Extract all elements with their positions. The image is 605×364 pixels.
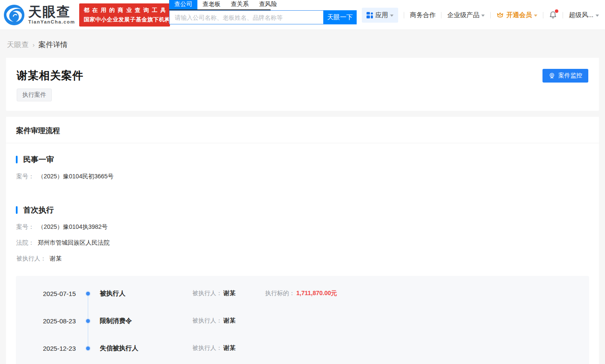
case-type-tag: 执行案件 (17, 89, 52, 101)
breadcrumb-current: 案件详情 (39, 40, 68, 50)
page-title: 谢某相关案件 (17, 68, 588, 83)
timeline-item-consumption-restriction: 2025-08-23 限制消费令 被执行人：谢某 (16, 307, 589, 334)
tianyancha-logo[interactable]: 天眼查 TianYanCha.com (3, 4, 75, 26)
notification-bell[interactable] (549, 11, 557, 19)
timeline-event: 限制消费令 (100, 317, 192, 325)
tianyancha-logo-icon (3, 4, 25, 26)
nav-business-cooperation[interactable]: 商务合作 (410, 11, 435, 19)
top-header: 天眼查 TianYanCha.com 都在用的商业查询工具 国家中小企业发展子基… (0, 0, 605, 30)
logo-subtitle: TianYanCha.com (28, 20, 75, 24)
timeline-date: 2025-07-15 (16, 290, 76, 297)
party-value: 谢某 (224, 344, 235, 351)
nav-super-risk[interactable]: 超级风... (569, 11, 599, 19)
case-title-card: 谢某相关案件 执行案件 案件监控 (6, 58, 599, 111)
target-amount: 1,711,870.00元 (296, 290, 337, 296)
monitor-camera-icon (548, 72, 555, 79)
breadcrumb: 天眼查 › 案件详情 (6, 30, 599, 58)
notification-dot (555, 9, 558, 13)
party-label: 被执行人： (192, 344, 222, 351)
stage-title: 首次执行 (23, 205, 54, 215)
nav-divider (490, 12, 491, 18)
breadcrumb-separator-icon: › (33, 41, 35, 48)
chevron-down-icon (481, 15, 485, 17)
stage-civil-first-trial: 民事一审 案号： （2025）豫0104民初3665号 (16, 154, 589, 181)
field-case-number: 案号： （2025）豫0104民初3665号 (16, 173, 589, 181)
search-input[interactable] (169, 10, 323, 24)
timeline-item-dishonest-executee: 2025-12-23 失信被执行人 被执行人：谢某 (16, 334, 589, 362)
tab-search-risk[interactable]: 查风险 (254, 0, 282, 9)
chevron-down-icon (596, 15, 599, 17)
nav-enterprise-products[interactable]: 企业级产品 (447, 11, 485, 19)
case-monitor-button[interactable]: 案件监控 (542, 69, 588, 83)
search-tabs: 查公司 查老板 查关系 查风险 (169, 0, 271, 10)
header-nav: 应用 商务合作 企业级产品 开通会员 (362, 0, 599, 30)
target-label: 执行标的： (265, 290, 295, 296)
field-case-number: 案号： （2025）豫0104执3982号 (16, 223, 589, 231)
tab-search-company[interactable]: 查公司 (169, 0, 197, 9)
chevron-down-icon (390, 15, 393, 17)
brand-slogan-badge: 都在用的商业查询工具 国家中小企业发展子基金旗下机构 (79, 3, 170, 27)
timeline-dot-icon (86, 292, 90, 296)
nav-apps[interactable]: 应用 (362, 8, 398, 23)
stage-first-execution: 首次执行 案号： （2025）豫0104执3982号 法院： 郑州市管城回族区人… (16, 205, 589, 263)
timeline-date: 2025-12-23 (16, 345, 76, 352)
nav-open-vip[interactable]: 开通会员 (496, 11, 537, 19)
party-label: 被执行人： (192, 290, 222, 296)
timeline-item-executee: 2025-07-15 被执行人 被执行人：谢某 执行标的：1,711,870.0… (16, 280, 589, 307)
section-title: 案件审理流程 (6, 117, 599, 143)
badge-line1: 都在用的商业查询工具 (83, 6, 166, 14)
tab-search-relation[interactable]: 查关系 (226, 0, 254, 9)
badge-line2: 国家中小企业发展子基金旗下机构 (83, 16, 166, 24)
party-value: 谢某 (224, 290, 235, 296)
breadcrumb-home[interactable]: 天眼查 (7, 40, 29, 50)
timeline-dot-icon (86, 319, 90, 323)
apps-grid-icon (367, 12, 373, 18)
vip-crown-icon (496, 11, 504, 19)
nav-apps-label: 应用 (375, 11, 388, 19)
stage-accent-bar (16, 156, 18, 163)
execution-timeline: 2025-07-15 被执行人 被执行人：谢某 执行标的：1,711,870.0… (16, 276, 589, 364)
chevron-down-icon (534, 15, 537, 17)
nav-divider (404, 12, 404, 18)
stage-title: 民事一审 (23, 154, 54, 165)
nav-divider (441, 12, 441, 18)
search-button[interactable]: 天眼一下 (323, 10, 357, 24)
timeline-dot-icon (86, 346, 90, 350)
party-label: 被执行人： (192, 317, 222, 324)
nav-divider (563, 12, 563, 18)
logo-title: 天眼查 (28, 5, 75, 18)
field-executee: 被执行人： 谢某 (16, 255, 589, 263)
timeline-event: 被执行人 (100, 290, 192, 298)
tab-search-boss[interactable]: 查老板 (197, 0, 226, 9)
party-value: 谢某 (224, 317, 235, 324)
search-block: 查公司 查老板 查关系 查风险 天眼一下 (169, 0, 357, 24)
stage-accent-bar (16, 206, 18, 214)
timeline-date: 2025-08-23 (16, 317, 76, 325)
field-court: 法院： 郑州市管城回族区人民法院 (16, 239, 589, 247)
nav-divider (543, 12, 543, 18)
case-process-card: 案件审理流程 民事一审 案号： （2025）豫0104民初3665号 首次执行 … (6, 117, 599, 364)
timeline-event: 失信被执行人 (100, 344, 192, 352)
